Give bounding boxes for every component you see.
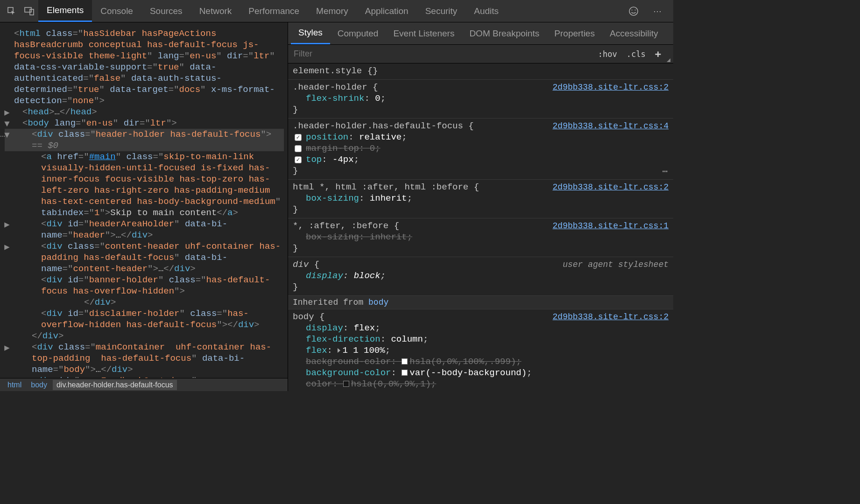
svg-point-3 <box>629 7 638 15</box>
expand-shorthand-icon[interactable] <box>338 348 340 353</box>
filter-input[interactable] <box>288 45 593 63</box>
color-swatch-icon[interactable] <box>343 381 349 387</box>
subtab-properties[interactable]: Properties <box>547 22 602 44</box>
breadcrumb-item[interactable]: body <box>27 380 51 390</box>
style-rule[interactable]: 2d9bb338.site-ltr.css:2body {display: fl… <box>288 309 673 391</box>
more-actions-icon[interactable]: ⋯ <box>663 166 669 177</box>
dom-tree[interactable]: <html class="hasSidebar hasPageActions h… <box>0 22 288 378</box>
property-checkbox[interactable] <box>295 156 302 163</box>
tab-application[interactable]: Application <box>357 0 417 22</box>
source-link[interactable]: 2d9bb338.site-ltr.css:2 <box>553 82 669 93</box>
style-rule[interactable]: user agent stylesheetdiv {display: block… <box>288 257 673 296</box>
expand-toggle-icon[interactable]: ▶ <box>4 343 10 354</box>
style-declaration[interactable]: box-sizing: inherit; <box>293 231 669 243</box>
breadcrumb-item[interactable]: div.header-holder.has-default-focus <box>53 380 177 390</box>
tab-memory[interactable]: Memory <box>308 0 357 22</box>
elements-panel: <html class="hasSidebar hasPageActions h… <box>0 22 288 391</box>
style-declaration[interactable]: color: hsla(0,0%,9%,1); <box>293 378 669 390</box>
more-menu-icon[interactable]: ⋯ <box>649 2 667 20</box>
style-declaration[interactable]: top: -4px; <box>293 154 669 165</box>
inherited-from-link[interactable]: body <box>368 298 388 307</box>
expand-toggle-icon[interactable]: ▼ <box>4 119 10 130</box>
tab-audits[interactable]: Audits <box>465 0 507 22</box>
style-declaration[interactable]: background-color: var(--body-background)… <box>293 367 669 378</box>
style-rule[interactable]: 2d9bb338.site-ltr.css:1*, :after, :befor… <box>288 218 673 257</box>
style-rule[interactable]: 2d9bb338.site-ltr.css:2.header-holder {f… <box>288 80 673 119</box>
expand-corner-icon[interactable] <box>667 58 670 62</box>
style-declaration[interactable]: display: block; <box>293 270 669 281</box>
device-toggle-icon[interactable] <box>21 2 38 20</box>
expand-toggle-icon[interactable]: ▶ <box>4 219 10 231</box>
new-style-rule-button[interactable]: + <box>650 48 666 60</box>
style-declaration[interactable]: position: relative; <box>293 132 669 143</box>
source-link[interactable]: 2d9bb338.site-ltr.css:2 <box>553 311 669 322</box>
filter-bar: :hov .cls + <box>288 45 673 63</box>
breadcrumb: htmlbodydiv.header-holder.has-default-fo… <box>0 378 288 391</box>
expand-toggle-icon[interactable]: ▼ <box>4 130 10 141</box>
style-declaration[interactable]: flex: 1 1 100%; <box>293 345 669 356</box>
style-declaration[interactable]: box-sizing: inherit; <box>293 193 669 204</box>
main-tabs: ElementsConsoleSourcesNetworkPerformance… <box>38 0 507 22</box>
source-link[interactable]: 2d9bb338.site-ltr.css:1 <box>553 220 669 231</box>
style-rule[interactable]: 2d9bb338.site-ltr.css:4.header-holder.ha… <box>288 119 673 180</box>
svg-point-5 <box>635 9 636 10</box>
tab-security[interactable]: Security <box>417 0 466 22</box>
style-declaration[interactable]: margin-top: 0; <box>293 143 669 154</box>
tab-elements[interactable]: Elements <box>38 0 92 22</box>
source-link[interactable]: 2d9bb338.site-ltr.css:4 <box>553 120 669 132</box>
subtab-styles[interactable]: Styles <box>291 22 330 44</box>
svg-point-4 <box>632 9 633 10</box>
inspect-element-icon[interactable] <box>3 2 21 20</box>
subtab-accessibility[interactable]: Accessibility <box>602 22 665 44</box>
tab-sources[interactable]: Sources <box>141 0 191 22</box>
style-declaration[interactable]: background-color: hsla(0,0%,100%,.999); <box>293 356 669 367</box>
style-rule[interactable]: element.style {} <box>288 63 673 80</box>
source-link[interactable]: 2d9bb338.site-ltr.css:2 <box>553 182 669 193</box>
styles-panel: StylesComputedEvent ListenersDOM Breakpo… <box>288 22 673 391</box>
color-swatch-icon[interactable] <box>402 370 408 376</box>
subtab-computed[interactable]: Computed <box>330 22 386 44</box>
style-declaration[interactable]: flex-direction: column; <box>293 334 669 345</box>
subtab-dom-breakpoints[interactable]: DOM Breakpoints <box>462 22 547 44</box>
expand-toggle-icon[interactable]: ▶ <box>4 107 10 119</box>
subtab-event-listeners[interactable]: Event Listeners <box>386 22 462 44</box>
workspace: <html class="hasSidebar hasPageActions h… <box>0 22 673 391</box>
svg-rect-1 <box>25 7 31 12</box>
hov-toggle[interactable]: :hov <box>593 49 622 59</box>
tab-console[interactable]: Console <box>92 0 141 22</box>
tab-performance[interactable]: Performance <box>240 0 308 22</box>
style-rule[interactable]: 2d9bb338.site-ltr.css:2html *, html :aft… <box>288 180 673 218</box>
style-declaration[interactable]: display: flex; <box>293 322 669 334</box>
breadcrumb-item[interactable]: html <box>4 380 25 390</box>
tab-network[interactable]: Network <box>191 0 240 22</box>
property-checkbox[interactable] <box>295 145 302 152</box>
styles-list[interactable]: element.style {}2d9bb338.site-ltr.css:2.… <box>288 63 673 391</box>
color-swatch-icon[interactable] <box>402 358 408 364</box>
expand-toggle-icon[interactable]: ▶ <box>4 242 10 253</box>
smiley-icon[interactable] <box>625 2 642 20</box>
sub-tabs: StylesComputedEvent ListenersDOM Breakpo… <box>288 22 673 45</box>
devtools-toolbar: ElementsConsoleSourcesNetworkPerformance… <box>0 0 673 22</box>
source-link: user agent stylesheet <box>563 259 669 270</box>
style-declaration[interactable]: flex-shrink: 0; <box>293 93 669 104</box>
property-checkbox[interactable] <box>295 134 302 141</box>
inherited-header: Inherited from body <box>288 296 673 309</box>
cls-toggle[interactable]: .cls <box>622 49 650 59</box>
